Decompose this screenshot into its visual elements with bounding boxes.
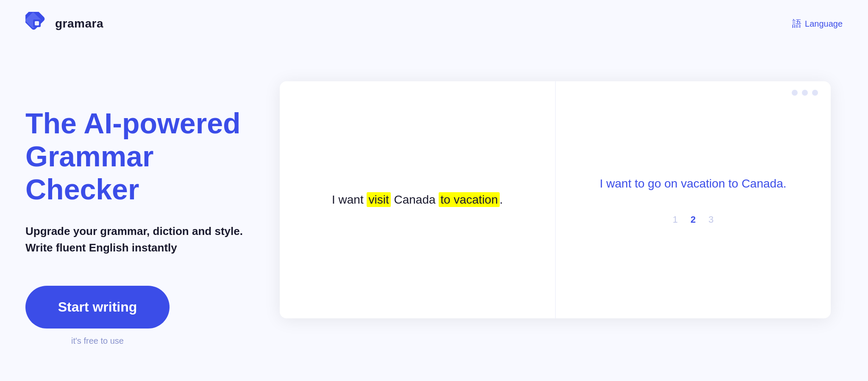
version-3[interactable]: 3 [708, 214, 713, 225]
language-button[interactable]: 語 Language [792, 17, 843, 30]
input-panel[interactable]: I want visit Canada to vacation. [280, 81, 556, 318]
logo-text: gramara [55, 17, 103, 30]
left-section: The AI-powered Grammar Checker Upgrade y… [25, 81, 246, 346]
window-controls [792, 90, 818, 96]
window-dot-3 [812, 90, 818, 96]
logo-area: gramara [25, 12, 103, 36]
input-before: I want [332, 193, 367, 206]
main-content: The AI-powered Grammar Checker Upgrade y… [0, 47, 868, 346]
translate-icon: 語 [792, 17, 801, 30]
version-selector: 1 2 3 [673, 214, 714, 225]
window-dot-1 [792, 90, 798, 96]
input-text: I want visit Canada to vacation. [332, 190, 503, 210]
cta-subtext: it's free to use [25, 336, 170, 346]
demo-window: I want visit Canada to vacation. I want … [280, 81, 831, 318]
start-writing-button[interactable]: Start writing [25, 286, 170, 329]
window-dot-2 [802, 90, 808, 96]
output-panel: I want to go on vacation to Canada. 1 2 … [556, 81, 831, 318]
language-label: Language [805, 19, 843, 29]
hero-subtitle: Upgrade your grammar, diction and style.… [25, 223, 246, 256]
header: gramara 語 Language [0, 0, 868, 47]
input-after: . [500, 193, 503, 206]
version-2[interactable]: 2 [690, 214, 696, 225]
highlight-vacation: to vacation [439, 192, 499, 207]
version-1[interactable]: 1 [673, 214, 678, 225]
svg-rect-3 [35, 21, 39, 25]
demo-panels: I want visit Canada to vacation. I want … [280, 81, 831, 318]
output-text: I want to go on vacation to Canada. [600, 174, 787, 193]
hero-title: The AI-powered Grammar Checker [25, 107, 246, 206]
input-middle: Canada [391, 193, 439, 206]
highlight-visit: visit [367, 192, 390, 207]
right-section: I want visit Canada to vacation. I want … [280, 81, 843, 318]
logo-icon [25, 12, 49, 36]
